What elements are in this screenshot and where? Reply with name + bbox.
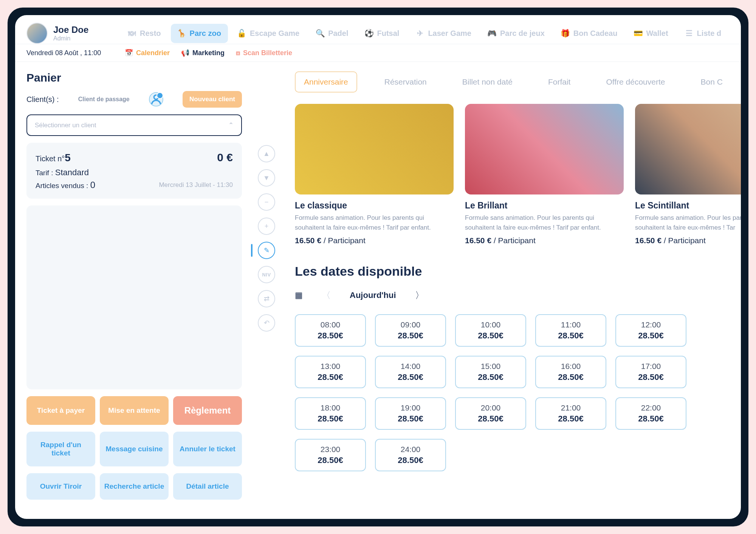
ouvrir-tiroir-button[interactable]: Ouvrir Tiroir	[26, 473, 95, 500]
plus-icon[interactable]: +	[258, 218, 275, 235]
edit-icon[interactable]: ✎	[258, 242, 275, 259]
calendar-icon[interactable]: ▦	[295, 290, 303, 300]
content-area: AnniversaireRéservationBillet non datéFo…	[280, 62, 741, 509]
slot-time: 22:00	[621, 403, 680, 412]
slot-time: 14:00	[381, 362, 440, 371]
avatar[interactable]	[26, 23, 48, 44]
mise-attente-button[interactable]: Mise en attente	[100, 396, 169, 425]
top-tab-laser-game[interactable]: ✈Laser Game	[409, 24, 478, 43]
sub-tabs: 📅 Calendrier 📢 Marketing ⧈ Scan Billette…	[125, 49, 292, 57]
card-image	[465, 104, 624, 194]
top-tab-parc-zoo[interactable]: 🦒Parc zoo	[171, 24, 228, 43]
time-slot[interactable]: 13:0028.50€	[295, 356, 366, 388]
swap-icon[interactable]: ⇄	[258, 290, 275, 307]
slot-price: 28.50€	[381, 414, 440, 424]
top-tab-label: Bon Cadeau	[573, 29, 618, 38]
slot-price: 28.50€	[621, 331, 680, 341]
time-slot[interactable]: 14:0028.50€	[375, 356, 446, 388]
client-select[interactable]: Sélectionner un client ⌃	[26, 114, 242, 136]
message-cuisine-button[interactable]: Message cuisine	[100, 432, 169, 466]
time-slot[interactable]: 15:0028.50€	[455, 356, 526, 388]
annuler-ticket-button[interactable]: Annuler le ticket	[173, 432, 242, 466]
reglement-button[interactable]: Règlement	[173, 396, 242, 425]
top-tab-liste-d[interactable]: ☰Liste d	[678, 24, 728, 43]
time-slot[interactable]: 18:0028.50€	[295, 397, 366, 430]
date-nav: ▦ 〈 Aujourd'hui 〉	[295, 288, 741, 303]
rappel-button[interactable]: Rappel d'un ticket	[26, 432, 95, 466]
down-icon[interactable]: ▼	[258, 169, 275, 187]
time-slot[interactable]: 16:0028.50€	[535, 356, 606, 388]
slot-price: 28.50€	[381, 331, 440, 341]
time-slot[interactable]: 22:0028.50€	[615, 397, 686, 430]
top-tab-wallet[interactable]: 💳Wallet	[627, 24, 675, 43]
subtab-scan[interactable]: ⧈ Scan Billetterie	[236, 49, 292, 57]
subtab-marketing[interactable]: 📢 Marketing	[181, 49, 225, 57]
top-tab-padel[interactable]: 🔍Padel	[309, 24, 355, 43]
subtab-calendrier[interactable]: 📅 Calendrier	[125, 49, 170, 57]
top-tab-bon-cadeau[interactable]: 🎁Bon Cadeau	[555, 24, 624, 43]
slot-price: 28.50€	[621, 414, 680, 424]
niv-button[interactable]: NIV	[258, 266, 275, 283]
offer-card[interactable]: Le classique Formule sans animation. Pou…	[295, 104, 454, 245]
slot-time: 19:00	[381, 403, 440, 412]
client-select-placeholder: Sélectionner un client	[35, 122, 96, 129]
time-slot[interactable]: 10:0028.50€	[455, 314, 526, 347]
calendar-icon: 📅	[125, 49, 133, 57]
offer-tab-anniversaire[interactable]: Anniversaire	[295, 71, 357, 93]
ticket-payer-button[interactable]: Ticket à payer	[26, 396, 95, 425]
top-tab-futsal[interactable]: ⚽Futsal	[358, 24, 406, 43]
undo-icon[interactable]: ↶	[258, 314, 275, 332]
recherche-article-button[interactable]: Recherche article	[100, 473, 169, 500]
top-tab-escape-game[interactable]: 🔓Escape Game	[231, 24, 306, 43]
slot-time: 12:00	[621, 320, 680, 329]
panier-sidebar: Panier Client(s) : Client de passage Nou…	[15, 62, 253, 509]
vertical-tool-column: ▲ ▼ − + ✎ NIV ⇄ ↶	[253, 62, 280, 509]
offer-card[interactable]: Le Brillant Formule sans animation. Pour…	[465, 104, 624, 245]
time-slot[interactable]: 17:0028.50€	[615, 356, 686, 388]
offer-tab-offre-découverte[interactable]: Offre découverte	[598, 72, 673, 92]
detail-article-button[interactable]: Détail article	[173, 473, 242, 500]
up-icon[interactable]: ▲	[258, 145, 275, 162]
slot-price: 28.50€	[301, 414, 360, 424]
offer-tab-billet-non-daté[interactable]: Billet non daté	[454, 72, 521, 92]
top-tab-resto[interactable]: 🍽Resto	[121, 24, 168, 43]
time-slot[interactable]: 20:0028.50€	[455, 397, 526, 430]
wallet-icon: 💳	[634, 29, 642, 37]
today-label: Aujourd'hui	[350, 290, 396, 300]
time-slot[interactable]: 24:0028.50€	[375, 439, 446, 471]
card-price: 16.50 € / Participant	[295, 236, 454, 245]
top-tab-label: Laser Game	[428, 29, 471, 38]
slot-time: 08:00	[301, 320, 360, 329]
slot-price: 28.50€	[301, 455, 360, 465]
user-role: Admin	[53, 35, 88, 42]
subtab-label: Scan Billetterie	[243, 49, 292, 57]
time-slot[interactable]: 21:0028.50€	[535, 397, 606, 430]
subtab-label: Calendrier	[136, 49, 170, 57]
offer-tab-réservation[interactable]: Réservation	[376, 72, 435, 92]
time-slot[interactable]: 11:0028.50€	[535, 314, 606, 347]
top-tab-parc-de-jeux[interactable]: 🎮Parc de jeux	[481, 24, 552, 43]
time-slot[interactable]: 09:0028.50€	[375, 314, 446, 347]
slot-time: 21:00	[541, 403, 600, 412]
time-slot[interactable]: 23:0028.50€	[295, 439, 366, 471]
futsal-icon: ⚽	[365, 29, 373, 37]
slot-time: 23:00	[301, 445, 360, 454]
chevron-right-icon[interactable]: 〉	[411, 288, 428, 303]
time-slot[interactable]: 08:0028.50€	[295, 314, 366, 347]
offer-tab-forfait[interactable]: Forfait	[540, 72, 579, 92]
ticket-tarif: Tarif : Standard	[36, 168, 233, 177]
chevron-left-icon[interactable]: 〈	[318, 288, 335, 303]
ticket-number: Ticket n°5	[36, 152, 71, 164]
client-badge-icon[interactable]	[149, 92, 163, 106]
time-slot[interactable]: 12:0028.50€	[615, 314, 686, 347]
minus-icon[interactable]: −	[258, 193, 275, 211]
datetime: Vendredi 08 Août , 11:00	[26, 49, 110, 57]
offer-card[interactable]: Le Scintillant Formule sans animation. P…	[635, 104, 741, 245]
svg-point-0	[154, 95, 158, 99]
time-slot[interactable]: 19:0028.50€	[375, 397, 446, 430]
offer-tab-bon-c[interactable]: Bon C	[692, 72, 731, 92]
card-description: Formule sans animation. Pour les parents…	[635, 213, 741, 232]
slot-time: 16:00	[541, 362, 600, 371]
top-tab-label: Padel	[328, 29, 348, 38]
new-client-button[interactable]: Nouveau client	[183, 91, 242, 108]
